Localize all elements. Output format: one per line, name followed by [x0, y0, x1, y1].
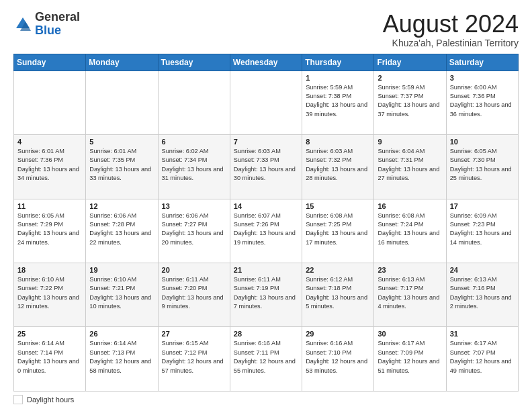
- calendar-cell: [14, 71, 86, 134]
- calendar-cell: 19Sunrise: 6:10 AMSunset: 7:21 PMDayligh…: [86, 263, 158, 327]
- page: General Blue August 2024 Khuza'ah, Pales…: [0, 0, 532, 411]
- month-title: August 2024: [383, 11, 519, 38]
- calendar-week-5: 25Sunrise: 6:14 AMSunset: 7:14 PMDayligh…: [14, 327, 519, 392]
- calendar-cell: 25Sunrise: 6:14 AMSunset: 7:14 PMDayligh…: [14, 327, 86, 392]
- day-number: 9: [378, 138, 442, 146]
- day-number: 23: [378, 266, 442, 274]
- calendar-cell: 29Sunrise: 6:16 AMSunset: 7:10 PMDayligh…: [302, 327, 374, 392]
- calendar-cell: 30Sunrise: 6:17 AMSunset: 7:09 PMDayligh…: [374, 327, 446, 392]
- calendar-header-monday: Monday: [86, 54, 158, 71]
- calendar-cell: 23Sunrise: 6:13 AMSunset: 7:17 PMDayligh…: [374, 263, 446, 327]
- day-number: 24: [450, 266, 515, 274]
- logo-blue-text: Blue: [35, 24, 61, 37]
- day-number: 18: [17, 266, 82, 274]
- day-info: Sunrise: 6:06 AMSunset: 7:27 PMDaylight:…: [162, 212, 226, 247]
- day-number: 25: [17, 330, 82, 338]
- day-info: Sunrise: 6:15 AMSunset: 7:12 PMDaylight:…: [162, 339, 226, 375]
- day-number: 8: [306, 138, 370, 146]
- day-number: 3: [450, 74, 515, 82]
- calendar-cell: [230, 71, 302, 134]
- day-number: 16: [378, 202, 442, 210]
- calendar-header-thursday: Thursday: [302, 54, 374, 71]
- calendar-cell: 14Sunrise: 6:07 AMSunset: 7:26 PMDayligh…: [230, 199, 302, 263]
- calendar-cell: 12Sunrise: 6:06 AMSunset: 7:28 PMDayligh…: [86, 199, 158, 263]
- day-info: Sunrise: 6:04 AMSunset: 7:31 PMDaylight:…: [378, 147, 442, 183]
- day-info: Sunrise: 6:13 AMSunset: 7:17 PMDaylight:…: [378, 275, 442, 311]
- day-number: 15: [306, 202, 370, 210]
- day-info: Sunrise: 6:11 AMSunset: 7:19 PMDaylight:…: [234, 275, 298, 311]
- logo-icon: [13, 15, 32, 34]
- day-info: Sunrise: 6:16 AMSunset: 7:11 PMDaylight:…: [234, 339, 298, 375]
- calendar-cell: 13Sunrise: 6:06 AMSunset: 7:27 PMDayligh…: [158, 199, 230, 263]
- calendar-header-tuesday: Tuesday: [158, 54, 230, 71]
- calendar-cell: 28Sunrise: 6:16 AMSunset: 7:11 PMDayligh…: [230, 327, 302, 392]
- logo: General Blue: [13, 11, 80, 38]
- calendar-cell: 22Sunrise: 6:12 AMSunset: 7:18 PMDayligh…: [302, 263, 374, 327]
- day-info: Sunrise: 6:11 AMSunset: 7:20 PMDaylight:…: [162, 275, 226, 311]
- day-info: Sunrise: 6:03 AMSunset: 7:33 PMDaylight:…: [234, 147, 298, 183]
- day-number: 4: [17, 138, 82, 146]
- footer: Daylight hours: [13, 395, 519, 404]
- day-info: Sunrise: 6:05 AMSunset: 7:29 PMDaylight:…: [17, 212, 82, 247]
- day-info: Sunrise: 6:09 AMSunset: 7:23 PMDaylight:…: [450, 212, 515, 247]
- calendar-cell: 10Sunrise: 6:05 AMSunset: 7:30 PMDayligh…: [446, 135, 518, 199]
- day-info: Sunrise: 6:07 AMSunset: 7:26 PMDaylight:…: [234, 212, 298, 247]
- title-block: August 2024 Khuza'ah, Palestinian Territ…: [383, 11, 519, 48]
- day-info: Sunrise: 6:08 AMSunset: 7:25 PMDaylight:…: [306, 212, 370, 247]
- day-info: Sunrise: 6:03 AMSunset: 7:32 PMDaylight:…: [306, 147, 370, 183]
- day-number: 10: [450, 138, 515, 146]
- day-number: 19: [89, 266, 154, 274]
- day-number: 28: [234, 330, 298, 338]
- day-info: Sunrise: 5:59 AMSunset: 7:37 PMDaylight:…: [378, 83, 442, 119]
- day-info: Sunrise: 6:16 AMSunset: 7:10 PMDaylight:…: [306, 339, 370, 375]
- calendar-week-2: 4Sunrise: 6:01 AMSunset: 7:36 PMDaylight…: [14, 135, 519, 199]
- calendar-cell: 26Sunrise: 6:14 AMSunset: 7:13 PMDayligh…: [86, 327, 158, 392]
- day-info: Sunrise: 6:00 AMSunset: 7:36 PMDaylight:…: [450, 83, 515, 119]
- day-info: Sunrise: 6:06 AMSunset: 7:28 PMDaylight:…: [89, 212, 154, 247]
- day-info: Sunrise: 6:14 AMSunset: 7:14 PMDaylight:…: [17, 339, 82, 375]
- day-info: Sunrise: 6:08 AMSunset: 7:24 PMDaylight:…: [378, 212, 442, 247]
- calendar-cell: 31Sunrise: 6:17 AMSunset: 7:07 PMDayligh…: [446, 327, 518, 392]
- day-info: Sunrise: 6:14 AMSunset: 7:13 PMDaylight:…: [89, 339, 154, 375]
- calendar-header-friday: Friday: [374, 54, 446, 71]
- calendar-cell: 3Sunrise: 6:00 AMSunset: 7:36 PMDaylight…: [446, 71, 518, 134]
- header: General Blue August 2024 Khuza'ah, Pales…: [13, 11, 519, 48]
- calendar-cell: 5Sunrise: 6:01 AMSunset: 7:35 PMDaylight…: [86, 135, 158, 199]
- day-info: Sunrise: 5:59 AMSunset: 7:38 PMDaylight:…: [306, 83, 370, 119]
- day-number: 13: [162, 202, 226, 210]
- day-info: Sunrise: 6:17 AMSunset: 7:09 PMDaylight:…: [378, 339, 442, 375]
- calendar-week-3: 11Sunrise: 6:05 AMSunset: 7:29 PMDayligh…: [14, 199, 519, 263]
- calendar-cell: 8Sunrise: 6:03 AMSunset: 7:32 PMDaylight…: [302, 135, 374, 199]
- calendar-cell: 2Sunrise: 5:59 AMSunset: 7:37 PMDaylight…: [374, 71, 446, 134]
- day-info: Sunrise: 6:12 AMSunset: 7:18 PMDaylight:…: [306, 275, 370, 311]
- daylight-box: [13, 395, 23, 404]
- day-info: Sunrise: 6:10 AMSunset: 7:22 PMDaylight:…: [17, 275, 82, 311]
- day-info: Sunrise: 6:13 AMSunset: 7:16 PMDaylight:…: [450, 275, 515, 311]
- day-number: 14: [234, 202, 298, 210]
- calendar-cell: 20Sunrise: 6:11 AMSunset: 7:20 PMDayligh…: [158, 263, 230, 327]
- calendar-header-sunday: Sunday: [14, 54, 86, 71]
- day-number: 26: [89, 330, 154, 338]
- calendar-cell: 21Sunrise: 6:11 AMSunset: 7:19 PMDayligh…: [230, 263, 302, 327]
- day-info: Sunrise: 6:02 AMSunset: 7:34 PMDaylight:…: [162, 147, 226, 183]
- day-number: 22: [306, 266, 370, 274]
- calendar-cell: [86, 71, 158, 134]
- day-info: Sunrise: 6:01 AMSunset: 7:36 PMDaylight:…: [17, 147, 82, 183]
- daylight-label: Daylight hours: [27, 396, 74, 404]
- calendar-table: SundayMondayTuesdayWednesdayThursdayFrid…: [13, 54, 519, 392]
- calendar-header-row: SundayMondayTuesdayWednesdayThursdayFrid…: [14, 54, 519, 71]
- day-number: 1: [306, 74, 370, 82]
- calendar-week-4: 18Sunrise: 6:10 AMSunset: 7:22 PMDayligh…: [14, 263, 519, 327]
- day-number: 7: [234, 138, 298, 146]
- day-number: 21: [234, 266, 298, 274]
- calendar-cell: 6Sunrise: 6:02 AMSunset: 7:34 PMDaylight…: [158, 135, 230, 199]
- calendar-cell: 11Sunrise: 6:05 AMSunset: 7:29 PMDayligh…: [14, 199, 86, 263]
- calendar-header-wednesday: Wednesday: [230, 54, 302, 71]
- day-number: 29: [306, 330, 370, 338]
- calendar-cell: 18Sunrise: 6:10 AMSunset: 7:22 PMDayligh…: [14, 263, 86, 327]
- calendar-cell: 27Sunrise: 6:15 AMSunset: 7:12 PMDayligh…: [158, 327, 230, 392]
- calendar-cell: 17Sunrise: 6:09 AMSunset: 7:23 PMDayligh…: [446, 199, 518, 263]
- day-info: Sunrise: 6:01 AMSunset: 7:35 PMDaylight:…: [89, 147, 154, 183]
- day-number: 30: [378, 330, 442, 338]
- calendar-cell: 16Sunrise: 6:08 AMSunset: 7:24 PMDayligh…: [374, 199, 446, 263]
